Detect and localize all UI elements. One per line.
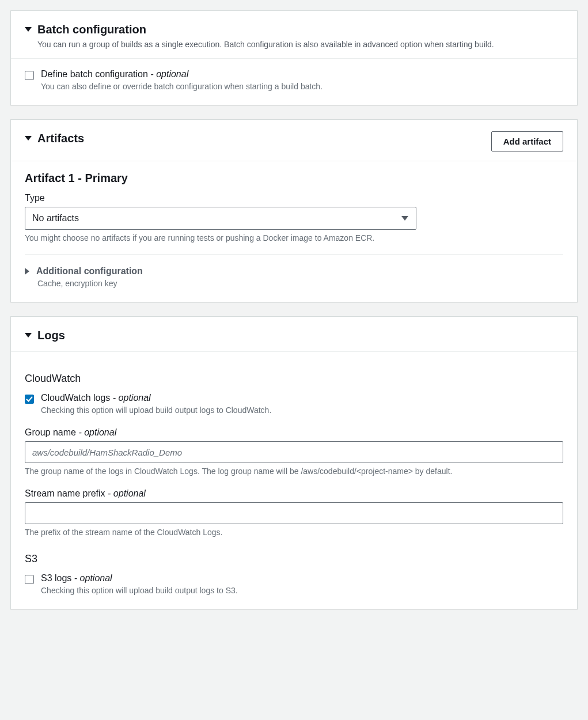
s3-logs-label-text: S3 logs <box>41 573 71 583</box>
additional-config-title: Additional configuration <box>36 266 143 276</box>
cloudwatch-heading: CloudWatch <box>25 373 563 385</box>
chevron-down-icon <box>401 216 408 221</box>
additional-config-toggle[interactable]: Additional configuration <box>25 266 563 276</box>
define-batch-checkbox[interactable] <box>25 71 34 80</box>
batch-description: You can run a group of builds as a singl… <box>37 40 494 49</box>
artifacts-panel: Artifacts Add artifact Artifact 1 - Prim… <box>10 119 578 302</box>
stream-prefix-label: Stream name prefix - optional <box>25 488 563 499</box>
artifacts-header: Artifacts Add artifact <box>11 120 577 161</box>
batch-header[interactable]: Batch configuration You can run a group … <box>11 11 577 58</box>
batch-title: Batch configuration <box>37 22 146 36</box>
artifact-type-label: Type <box>25 193 563 203</box>
cloudwatch-logs-label[interactable]: CloudWatch logs - optional <box>41 393 271 403</box>
artifact1-title: Artifact 1 - Primary <box>25 172 563 185</box>
add-artifact-button[interactable]: Add artifact <box>491 131 563 151</box>
optional-tag: - optional <box>74 573 112 583</box>
cloudwatch-logs-checkbox[interactable] <box>25 395 34 404</box>
logs-title: Logs <box>37 328 65 342</box>
group-name-label-text: Group name <box>25 427 76 437</box>
cloudwatch-logs-label-text: CloudWatch logs <box>41 393 110 403</box>
stream-prefix-label-text: Stream name prefix <box>25 488 105 498</box>
s3-logs-help: Checking this option will upload build o… <box>41 586 238 595</box>
optional-tag: - optional <box>150 69 188 79</box>
artifacts-title: Artifacts <box>37 131 84 145</box>
artifact-type-select[interactable]: No artifacts <box>25 207 416 230</box>
optional-tag: - optional <box>78 427 116 437</box>
chevron-down-icon <box>25 333 32 338</box>
chevron-right-icon <box>25 268 29 275</box>
group-name-input[interactable] <box>25 441 563 463</box>
optional-tag: - optional <box>113 393 151 403</box>
s3-logs-label[interactable]: S3 logs - optional <box>41 573 238 583</box>
chevron-down-icon <box>25 136 32 141</box>
optional-tag: - optional <box>108 488 146 498</box>
artifacts-toggle[interactable]: Artifacts <box>25 131 84 145</box>
stream-prefix-help: The prefix of the stream name of the Clo… <box>25 528 563 537</box>
s3-heading: S3 <box>25 553 563 565</box>
define-batch-label-text: Define batch configuration <box>41 69 148 79</box>
group-name-help: The group name of the logs in CloudWatch… <box>25 467 563 476</box>
s3-logs-checkbox[interactable] <box>25 575 34 584</box>
chevron-down-icon <box>25 27 32 32</box>
additional-config-help: Cache, encryption key <box>37 279 563 288</box>
artifact-type-help: You might choose no artifacts if you are… <box>25 233 563 242</box>
logs-header[interactable]: Logs <box>11 317 577 351</box>
batch-panel: Batch configuration You can run a group … <box>10 10 578 105</box>
define-batch-label[interactable]: Define batch configuration - optional <box>41 69 323 79</box>
group-name-label: Group name - optional <box>25 427 563 438</box>
artifact-type-value: No artifacts <box>32 213 79 223</box>
define-batch-help: You can also define or override batch co… <box>41 82 323 91</box>
stream-prefix-input[interactable] <box>25 502 563 524</box>
cloudwatch-logs-help: Checking this option will upload build o… <box>41 406 271 415</box>
logs-panel: Logs CloudWatch CloudWatch logs - option… <box>10 316 578 609</box>
